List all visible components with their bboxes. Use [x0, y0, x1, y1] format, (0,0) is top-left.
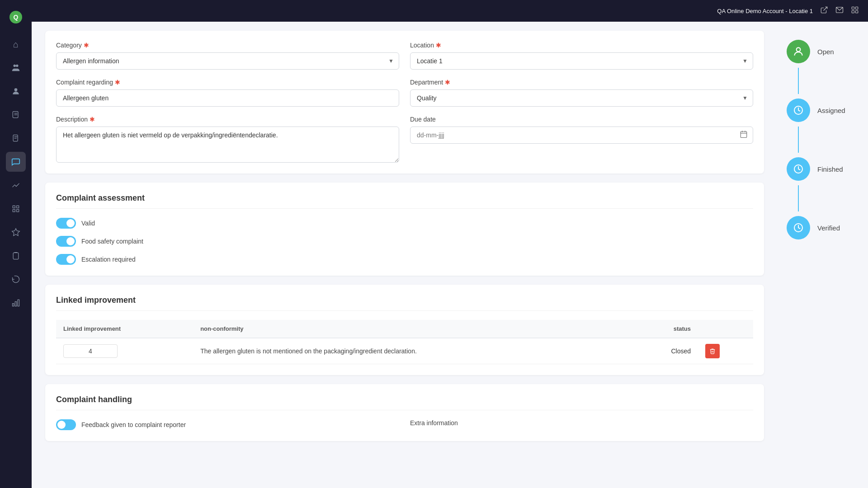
sidebar-item-complaints[interactable] [6, 152, 26, 172]
description-textarea[interactable]: Het allergeen gluten is niet vermeld op … [56, 127, 399, 163]
department-label: Department ✱ [410, 79, 753, 86]
food-safety-toggle[interactable] [56, 236, 76, 247]
status-finished-row: Finished [787, 153, 859, 185]
logo: Q [6, 7, 26, 27]
sidebar-item-person[interactable] [6, 81, 26, 101]
complaint-assessment-title: Complaint assessment [56, 193, 753, 209]
sidebar-item-chart[interactable] [6, 175, 26, 195]
col-linked-improvement: Linked improvement [56, 320, 193, 338]
export-icon[interactable] [820, 6, 828, 16]
due-date-group: Due date [410, 116, 753, 163]
assigned-step-circle[interactable] [787, 99, 810, 122]
complaint-assessment-section: Complaint assessment Valid Food safety c… [45, 183, 764, 276]
col-actions [698, 320, 753, 338]
finished-step-label: Finished [817, 165, 843, 173]
sidebar-item-analytics[interactable] [6, 293, 26, 313]
location-select[interactable]: Locatie 1 [410, 52, 753, 70]
main-content: Category ✱ Allergen information ▼ Loca [32, 22, 778, 488]
location-label: Location ✱ [410, 42, 753, 49]
extra-info-label: Extra information [410, 419, 753, 427]
svg-rect-10 [17, 206, 19, 208]
svg-rect-12 [17, 210, 19, 212]
valid-toggle-slider [56, 218, 76, 229]
location-group: Location ✱ Locatie 1 ▼ [410, 42, 753, 70]
svg-point-0 [14, 65, 16, 67]
svg-rect-17 [18, 300, 19, 306]
calendar-icon [740, 130, 748, 140]
complaint-regarding-input[interactable] [56, 89, 399, 107]
category-label: Category ✱ [56, 42, 399, 49]
due-date-label: Due date [410, 116, 753, 123]
delete-row-button[interactable] [705, 344, 720, 358]
connector-1 [798, 68, 799, 94]
feedback-toggle[interactable] [56, 419, 76, 430]
svg-rect-11 [13, 210, 15, 212]
category-required: ✱ [84, 42, 89, 49]
main-form-section: Category ✱ Allergen information ▼ Loca [45, 31, 764, 174]
feedback-toggle-slider [56, 419, 76, 430]
department-required: ✱ [445, 79, 450, 86]
food-safety-toggle-row: Food safety complaint [56, 236, 753, 247]
open-step-circle[interactable] [787, 40, 810, 63]
svg-rect-20 [856, 7, 858, 9]
verified-step-circle[interactable] [787, 216, 810, 239]
svg-point-27 [797, 47, 801, 52]
department-group: Department ✱ Quality ▼ [410, 79, 753, 107]
sidebar: Q ⌂ [0, 0, 32, 488]
description-group: Description ✱ Het allergeen gluten is ni… [56, 116, 399, 163]
svg-rect-22 [856, 10, 858, 13]
svg-rect-19 [852, 7, 854, 9]
category-group: Category ✱ Allergen information ▼ [56, 42, 399, 70]
complaint-handling-title: Complaint handling [56, 395, 753, 410]
mail-icon[interactable] [835, 6, 844, 16]
non-conformity-description: The allergen gluten is not mentioned on … [193, 338, 633, 364]
sidebar-item-document[interactable] [6, 128, 26, 148]
finished-step-circle[interactable] [787, 157, 810, 181]
sidebar-item-group[interactable] [6, 58, 26, 78]
category-select[interactable]: Allergen information [56, 52, 399, 70]
linked-improvement-section: Linked improvement Linked improvement no… [45, 285, 764, 375]
col-non-conformity: non-conformity [193, 320, 633, 338]
sidebar-item-square[interactable] [6, 199, 26, 219]
svg-rect-21 [852, 10, 854, 13]
linked-improvement-title: Linked improvement [56, 296, 753, 311]
sidebar-item-book[interactable] [6, 105, 26, 125]
account-icon[interactable] [851, 6, 859, 16]
sidebar-item-refresh[interactable] [6, 269, 26, 289]
escalation-label: Escalation required [81, 256, 136, 263]
user-info-text: QA Online Demo Account - Locatie 1 [717, 8, 813, 14]
svg-marker-13 [12, 229, 20, 236]
valid-toggle[interactable] [56, 218, 76, 229]
svg-point-1 [16, 65, 19, 67]
open-step-label: Open [817, 48, 834, 56]
escalation-toggle-row: Escalation required [56, 254, 753, 265]
escalation-toggle[interactable] [56, 254, 76, 265]
connector-2 [798, 127, 799, 153]
feedback-toggle-row: Feedback given to complaint reporter [56, 419, 399, 430]
verified-step-label: Verified [817, 224, 840, 232]
complaint-regarding-required: ✱ [115, 79, 120, 86]
status-verified-row: Verified [787, 211, 859, 244]
sidebar-item-clipboard[interactable] [6, 246, 26, 266]
escalation-toggle-slider [56, 254, 76, 265]
sidebar-item-home[interactable]: ⌂ [6, 34, 26, 54]
food-safety-label: Food safety complaint [81, 238, 143, 245]
top-header: QA Online Demo Account - Locatie 1 [32, 0, 868, 22]
due-date-input[interactable] [410, 127, 753, 144]
food-safety-toggle-slider [56, 236, 76, 247]
linked-improvement-table: Linked improvement non-conformity status… [56, 320, 753, 364]
valid-label: Valid [81, 220, 95, 227]
department-select[interactable]: Quality [410, 89, 753, 107]
svg-rect-23 [741, 131, 747, 138]
description-required: ✱ [90, 116, 95, 123]
svg-rect-14 [13, 253, 19, 259]
status-assigned-row: Assigned [787, 94, 859, 127]
svg-point-2 [14, 88, 18, 91]
improvement-id: 4 [63, 344, 118, 358]
sidebar-item-star[interactable] [6, 222, 26, 242]
status-open-row: Open [787, 35, 859, 68]
location-required: ✱ [436, 42, 441, 49]
description-label: Description ✱ [56, 116, 399, 123]
complaint-regarding-group: Complaint regarding ✱ [56, 79, 399, 107]
complaint-handling-section: Complaint handling Feedback given to com… [45, 384, 764, 441]
